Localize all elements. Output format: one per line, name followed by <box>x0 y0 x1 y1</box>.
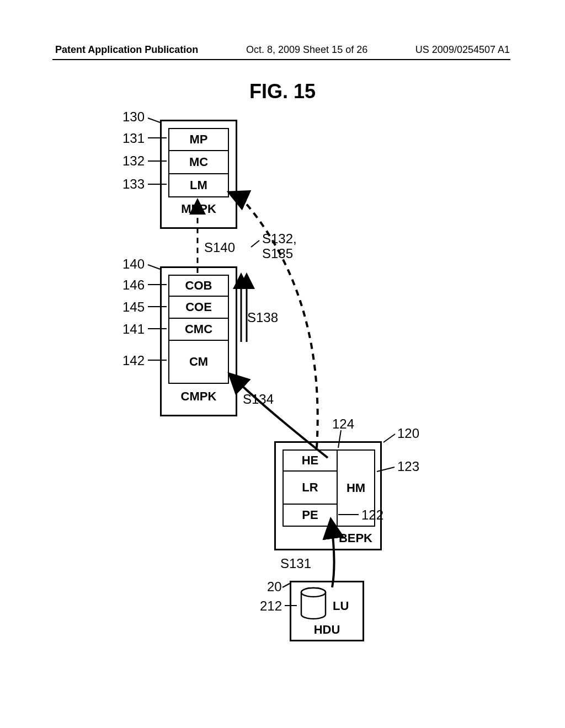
mppk-row-mc: MC <box>168 151 229 174</box>
diagram-container: MP MC LM MPPK COB COE CMC CM CMPK HE LR … <box>0 110 565 662</box>
hdu-box: LU HDU <box>290 581 364 641</box>
hdu-lu-label: LU <box>333 599 349 613</box>
svg-line-12 <box>383 434 395 442</box>
cmpk-row-cmc: CMC <box>168 319 229 341</box>
header-center: Oct. 8, 2009 Sheet 15 of 26 <box>246 44 367 56</box>
header-rule <box>52 59 510 60</box>
ref-140: 140 <box>122 256 145 272</box>
ref-132: 132 <box>122 153 145 169</box>
svg-line-18 <box>251 240 259 247</box>
svg-line-6 <box>148 265 160 269</box>
ref-130: 130 <box>122 109 145 125</box>
cmpk-row-coe: COE <box>168 297 229 319</box>
svg-line-15 <box>282 584 290 587</box>
cmpk-row-cm: CM <box>168 341 229 384</box>
bepk-box: HE LR PE HM BEPK <box>274 441 382 550</box>
ref-122: 122 <box>361 507 383 523</box>
svg-point-1 <box>301 588 326 597</box>
ref-142: 142 <box>122 353 145 368</box>
signal-s134: S134 <box>243 392 274 407</box>
svg-line-2 <box>148 118 160 122</box>
figure-title: FIG. 15 <box>249 80 316 103</box>
mppk-title: MPPK <box>162 202 236 216</box>
signal-s135: S135 <box>262 246 293 261</box>
signal-s138: S138 <box>247 310 278 325</box>
page-header: Patent Application Publication Oct. 8, 2… <box>0 44 565 56</box>
cmpk-title: CMPK <box>162 389 236 404</box>
header-left: Patent Application Publication <box>55 44 198 56</box>
ref-133: 133 <box>122 176 145 192</box>
signal-s132: S132, <box>262 231 297 247</box>
cmpk-box: COB COE CMC CM CMPK <box>160 266 237 416</box>
bepk-pe: PE <box>282 505 338 527</box>
ref-131: 131 <box>122 131 145 146</box>
cylinder-icon <box>300 587 327 621</box>
bepk-title: BEPK <box>339 531 372 545</box>
hdu-title: HDU <box>291 623 363 637</box>
ref-124: 124 <box>332 416 354 432</box>
bepk-lr: LR <box>282 472 338 505</box>
connector-overlay <box>0 110 565 662</box>
bepk-he: HE <box>282 449 338 472</box>
ref-123: 123 <box>397 459 419 474</box>
ref-145: 145 <box>122 299 145 315</box>
mppk-row-mp: MP <box>168 128 229 151</box>
header-right: US 2009/0254507 A1 <box>415 44 510 56</box>
ref-146: 146 <box>122 277 145 293</box>
ref-141: 141 <box>122 322 145 337</box>
mppk-row-lm: LM <box>168 174 229 197</box>
ref-212: 212 <box>260 598 282 614</box>
ref-120: 120 <box>397 426 419 441</box>
cmpk-row-cob: COB <box>168 275 229 297</box>
ref-20: 20 <box>267 579 282 595</box>
mppk-box: MP MC LM MPPK <box>160 120 237 229</box>
signal-s131: S131 <box>280 556 311 571</box>
signal-s140: S140 <box>204 240 235 255</box>
